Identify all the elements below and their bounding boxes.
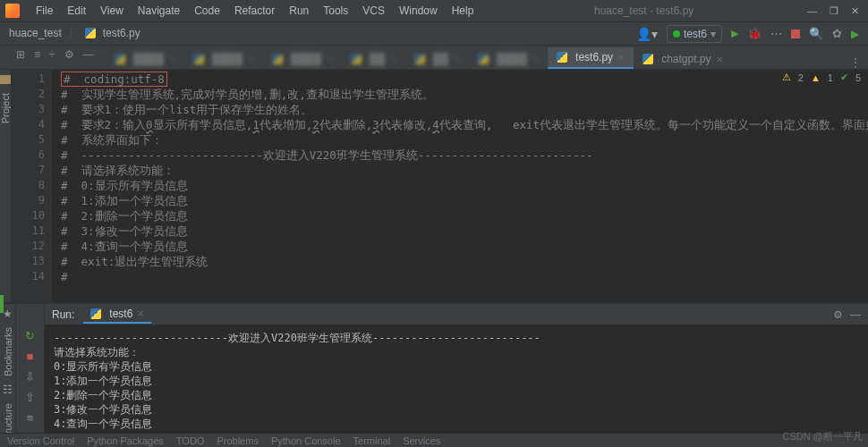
editor-tab-blur-3[interactable]: ████✕ — [263, 49, 342, 69]
status-item[interactable]: Terminal — [353, 435, 391, 446]
stop-button-icon[interactable] — [791, 30, 800, 38]
menu-help[interactable]: Help — [445, 4, 481, 17]
menu-bar: File Edit View Navigate Code Refactor Ru… — [0, 0, 868, 22]
editor-tab-blur-6[interactable]: ████✕ — [469, 49, 548, 69]
up-icon[interactable]: ⇧ — [25, 391, 35, 404]
down-icon[interactable]: ⇩ — [25, 370, 35, 384]
left-tool-rail-bottom: ★ Bookmarks ☷ Structure — [0, 304, 16, 447]
run-more-icon[interactable]: ⋯ — [770, 27, 782, 40]
run-header: Run: test6 ✕ ⚙ — — [45, 304, 868, 325]
debug-button-icon[interactable]: 🐞 — [747, 27, 762, 40]
search-icon[interactable]: 🔍 — [809, 27, 823, 40]
menu-window[interactable]: Window — [392, 4, 445, 17]
status-item[interactable]: TODO — [176, 435, 205, 446]
run-tab[interactable]: test6 ✕ — [83, 306, 151, 324]
rerun-icon[interactable]: ↻ — [25, 329, 35, 342]
structure-icon[interactable]: ☷ — [3, 384, 13, 396]
close-icon[interactable]: ✕ — [851, 5, 859, 17]
editor-tab-blur-4[interactable]: ██✕ — [342, 49, 405, 69]
code-editor[interactable]: 123 456 789 101112 1314 # coding:utf-8 #… — [13, 70, 868, 302]
status-item[interactable]: Python Packages — [87, 435, 164, 446]
status-item[interactable]: Version Control — [7, 435, 74, 446]
gear-icon[interactable]: ⚙ — [833, 308, 843, 321]
status-item[interactable]: Problems — [217, 435, 258, 446]
bookmarks-icon[interactable]: ★ — [3, 308, 13, 320]
project-tool-icon[interactable] — [0, 75, 11, 84]
menu-code[interactable]: Code — [187, 4, 227, 17]
project-toolbar: ⊞ ≡ ÷ ⚙ — — [16, 48, 94, 61]
run-tab-label: test6 — [109, 308, 132, 320]
settings-icon[interactable]: ⚙ — [64, 48, 74, 61]
python-file-icon — [557, 52, 567, 63]
nav-bar: huace_test 〉 test6.py 👤▾ test6 ▾ ▶ 🐞 ⋯ 🔍… — [0, 22, 868, 46]
menu-vcs[interactable]: VCS — [355, 4, 392, 17]
run-title: Run: — [52, 308, 74, 321]
breadcrumb-file[interactable]: test6.py — [103, 27, 140, 39]
breadcrumb[interactable]: huace_test 〉 test6.py — [9, 26, 140, 41]
editor-tab-blur-5[interactable]: ██✕ — [405, 49, 469, 69]
weak-warning-icon[interactable]: ▲ — [811, 72, 821, 83]
menu-view[interactable]: View — [93, 4, 131, 17]
menu-run[interactable]: Run — [282, 4, 316, 17]
menu-file[interactable]: File — [29, 4, 60, 17]
run-config-name: test6 — [684, 28, 707, 40]
run-config-icon — [673, 30, 680, 38]
hide-icon[interactable]: — — [83, 48, 94, 61]
python-file-icon — [85, 28, 96, 38]
maximize-icon[interactable]: ❐ — [830, 5, 838, 17]
status-item[interactable]: Services — [403, 435, 440, 446]
run-config-selector[interactable]: test6 ▾ — [667, 25, 722, 43]
ok-icon[interactable]: ✔ — [840, 72, 848, 83]
settings-icon[interactable]: ✿ — [832, 27, 842, 40]
menu-tools[interactable]: Tools — [316, 4, 355, 17]
bookmarks-label[interactable]: Bookmarks — [3, 327, 13, 376]
menu-refactor[interactable]: Refactor — [227, 4, 282, 17]
tab-close-icon[interactable]: ✕ — [137, 308, 144, 318]
code-content[interactable]: # coding:utf-8 # 实现学生管理系统,完成对学员的增,删,改,查和… — [52, 70, 868, 302]
collapse-all-icon[interactable]: ÷ — [49, 48, 55, 61]
run-button-icon[interactable]: ▶ — [731, 28, 738, 39]
work-area: Project ▸ st C:\ ▸ ██ library ██opt.py █… — [0, 70, 868, 302]
line-gutter: 123 456 789 101112 1314 — [13, 70, 52, 302]
editor-tabs: ⊞ ≡ ÷ ⚙ — ████✕ ████✕ ████✕ ██✕ ██✕ ████… — [0, 46, 868, 70]
menu-navigate[interactable]: Navigate — [131, 4, 187, 17]
editor-tab-chatgpt[interactable]: chatgpt.py ✕ — [634, 49, 731, 69]
tab-label: chatgpt.py — [661, 53, 711, 65]
python-file-icon — [642, 54, 653, 64]
code-with-me-icon[interactable]: ▶ — [851, 28, 859, 40]
run-tool-window: ★ Bookmarks ☷ Structure ↻ ■ ⇩ ⇧ ≡ 🖶 ✖ Ru… — [0, 302, 868, 447]
ide-logo-icon — [5, 4, 20, 18]
run-console[interactable]: ---------------------------欢迎进入V220班学生管理… — [45, 325, 868, 447]
stop-icon[interactable]: ■ — [27, 350, 34, 363]
run-toolbar: ↻ ■ ⇩ ⇧ ≡ 🖶 ✖ — [16, 304, 45, 447]
status-bar: Version Control Python Packages TODO Pro… — [0, 433, 868, 447]
breadcrumb-project[interactable]: huace_test — [9, 27, 62, 39]
status-item[interactable]: Python Console — [271, 435, 341, 446]
left-tool-rail: Project — [0, 70, 12, 302]
tab-close-icon[interactable]: ✕ — [617, 53, 625, 63]
tab-label: test6.py — [575, 51, 613, 63]
user-icon[interactable]: 👤▾ — [636, 27, 658, 41]
window-title: huace_test - test6.py — [481, 4, 807, 17]
warning-icon[interactable]: ⚠ — [782, 72, 791, 83]
watermark: CSDN @断一平凡 — [783, 430, 863, 443]
run-status-indicator — [0, 295, 4, 313]
editor-tab-blur-1[interactable]: ████✕ — [106, 49, 184, 69]
python-file-icon — [90, 308, 101, 319]
menu-edit[interactable]: Edit — [60, 4, 93, 17]
select-opened-file-icon[interactable]: ⊞ — [16, 48, 25, 61]
editor-tab-blur-2[interactable]: ████✕ — [184, 49, 263, 69]
hide-icon[interactable]: — — [850, 308, 861, 321]
editor-tab-test6[interactable]: test6.py ✕ — [548, 47, 634, 69]
minimize-icon[interactable]: — — [807, 5, 817, 17]
project-tool-label[interactable]: Project — [0, 93, 11, 123]
expand-all-icon[interactable]: ≡ — [34, 48, 40, 61]
soft-wrap-icon[interactable]: ≡ — [27, 411, 34, 425]
tab-close-icon[interactable]: ✕ — [716, 55, 723, 64]
inspection-widget[interactable]: ⚠2 ▲1 ✔5 ˄ ˅ — [782, 72, 868, 83]
tabs-list-icon[interactable]: ⋮ — [850, 56, 861, 69]
